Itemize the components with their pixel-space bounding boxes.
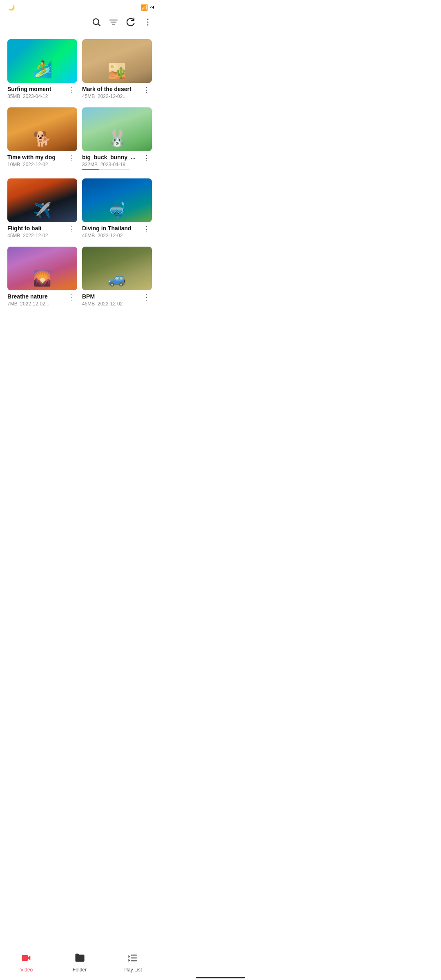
video-title-flight: Flight to bali <box>7 225 67 232</box>
video-details-dog: 10MB 2022-12-02 <box>7 162 67 167</box>
video-info-surfing: Surfing moment 35MB 2023-04-12 ⋮ <box>7 85 77 99</box>
video-item-surfing[interactable]: Surfing moment 35MB 2023-04-12 ⋮ <box>5 36 80 104</box>
video-more-bunny[interactable]: ⋮ <box>141 154 152 163</box>
svg-line-1 <box>98 24 100 26</box>
video-title-surfing: Surfing moment <box>7 85 67 93</box>
progress-bar-wrap <box>82 169 129 170</box>
video-item-dog[interactable]: Time with my dog 10MB 2022-12-02 ⋮ <box>5 104 80 175</box>
video-meta-dog: Time with my dog 10MB 2022-12-02 <box>7 154 67 167</box>
video-title-nature: Breathe nature <box>7 293 67 300</box>
video-more-nature[interactable]: ⋮ <box>67 293 77 302</box>
video-title-dog: Time with my dog <box>7 154 67 161</box>
video-more-flight[interactable]: ⋮ <box>67 225 77 234</box>
video-meta-bunny: big_buck_bunny_... 332MB 2023-04-19 <box>82 154 141 170</box>
video-details-bpm: 45MB 2022-12-02 <box>82 301 141 307</box>
video-details-desert: 45MB 2022-12-02... <box>82 94 141 99</box>
header-actions <box>91 17 153 29</box>
video-title-bpm: BPM <box>82 293 141 300</box>
progress-bar-fill <box>82 169 99 170</box>
wifi-icon: 📶 <box>141 4 148 11</box>
more-icon[interactable] <box>143 17 153 29</box>
status-time-area: 🌙 <box>7 4 15 11</box>
video-more-desert[interactable]: ⋮ <box>141 85 152 94</box>
video-info-bunny: big_buck_bunny_... 332MB 2023-04-19 ⋮ <box>82 154 152 170</box>
filter-icon[interactable] <box>109 17 118 29</box>
video-thumbnail-dog[interactable] <box>7 107 77 151</box>
video-thumbnail-desert[interactable] <box>82 39 152 83</box>
video-thumbnail-diving[interactable] <box>82 178 152 222</box>
video-info-desert: Mark of the desert 45MB 2022-12-02... ⋮ <box>82 85 152 99</box>
video-item-flight[interactable]: Flight to bali 45MB 2022-12-02 ⋮ <box>5 175 80 243</box>
video-title-desert: Mark of the desert <box>82 85 141 93</box>
video-details-flight: 45MB 2022-12-02 <box>7 233 67 238</box>
video-item-nature[interactable]: Breathe nature 7MB 2022-12-02... ⋮ <box>5 243 80 312</box>
status-icons-area: 📶 <box>141 4 153 11</box>
moon-icon: 🌙 <box>8 4 15 11</box>
video-meta-bpm: BPM 45MB 2022-12-02 <box>82 293 141 307</box>
video-thumbnail-bpm[interactable] <box>82 247 152 290</box>
video-meta-desert: Mark of the desert 45MB 2022-12-02... <box>82 85 141 99</box>
video-more-bpm[interactable]: ⋮ <box>141 293 152 302</box>
video-item-bpm[interactable]: BPM 45MB 2022-12-02 ⋮ <box>80 243 154 312</box>
video-details-nature: 7MB 2022-12-02... <box>7 301 67 307</box>
video-info-dog: Time with my dog 10MB 2022-12-02 ⋮ <box>7 154 77 167</box>
video-thumbnail-flight[interactable] <box>7 178 77 222</box>
search-icon[interactable] <box>91 17 101 29</box>
video-info-flight: Flight to bali 45MB 2022-12-02 ⋮ <box>7 225 77 238</box>
svg-point-7 <box>147 24 149 26</box>
refresh-icon[interactable] <box>126 17 136 29</box>
video-more-dog[interactable]: ⋮ <box>67 154 77 163</box>
video-more-diving[interactable]: ⋮ <box>141 225 152 234</box>
video-title-diving: Diving in Thailand <box>82 225 141 232</box>
video-grid: Surfing moment 35MB 2023-04-12 ⋮ Mark of… <box>0 36 159 344</box>
video-thumbnail-surfing[interactable] <box>7 39 77 83</box>
video-info-diving: Diving in Thailand 45MB 2022-12-02 ⋮ <box>82 225 152 238</box>
video-meta-diving: Diving in Thailand 45MB 2022-12-02 <box>82 225 141 238</box>
video-details-diving: 45MB 2022-12-02 <box>82 233 141 238</box>
video-details-surfing: 35MB 2023-04-12 <box>7 94 67 99</box>
svg-point-6 <box>147 22 149 23</box>
video-thumbnail-bunny[interactable] <box>82 107 152 151</box>
video-item-diving[interactable]: Diving in Thailand 45MB 2022-12-02 ⋮ <box>80 175 154 243</box>
video-thumbnail-nature[interactable] <box>7 247 77 290</box>
battery-icon <box>150 7 153 8</box>
svg-point-5 <box>147 19 149 20</box>
video-item-desert[interactable]: Mark of the desert 45MB 2022-12-02... ⋮ <box>80 36 154 104</box>
status-bar: 🌙 📶 <box>0 0 159 13</box>
video-info-nature: Breathe nature 7MB 2022-12-02... ⋮ <box>7 293 77 307</box>
app-header <box>0 13 159 36</box>
video-details-bunny: 332MB 2023-04-19 <box>82 162 141 167</box>
video-info-bpm: BPM 45MB 2022-12-02 ⋮ <box>82 293 152 307</box>
video-meta-flight: Flight to bali 45MB 2022-12-02 <box>7 225 67 238</box>
video-item-bunny[interactable]: big_buck_bunny_... 332MB 2023-04-19 ⋮ <box>80 104 154 175</box>
video-meta-surfing: Surfing moment 35MB 2023-04-12 <box>7 85 67 99</box>
video-title-bunny: big_buck_bunny_... <box>82 154 141 161</box>
video-more-surfing[interactable]: ⋮ <box>67 85 77 94</box>
video-meta-nature: Breathe nature 7MB 2022-12-02... <box>7 293 67 307</box>
